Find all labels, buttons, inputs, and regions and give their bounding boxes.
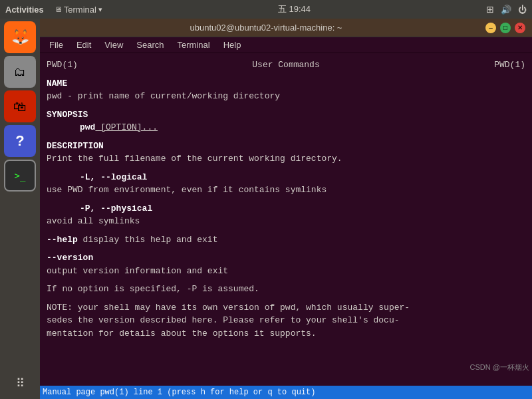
close-button[interactable]: ✕ bbox=[515, 23, 525, 33]
menu-search[interactable]: Search bbox=[131, 39, 169, 51]
option-help-line: --help display this help and exit bbox=[47, 233, 525, 247]
option-L-line: -L, --logical bbox=[47, 171, 525, 184]
volume-icon[interactable]: 🔊 bbox=[501, 5, 511, 15]
man-header-right: PWD(1) bbox=[494, 59, 525, 72]
menu-view[interactable]: View bbox=[99, 39, 128, 51]
dropdown-arrow-icon[interactable]: ▾ bbox=[98, 5, 102, 14]
status-bar: Manual page pwd(1) line 1 (press h for h… bbox=[40, 386, 532, 399]
menu-file[interactable]: File bbox=[44, 39, 68, 51]
option-version-desc: output version information and exit bbox=[47, 265, 525, 278]
files-icon[interactable]: 🗂 bbox=[4, 56, 36, 88]
firefox-icon[interactable]: 🦊 bbox=[4, 21, 36, 53]
terminal-icon[interactable]: >_ bbox=[4, 160, 36, 192]
application-sidebar: 🦊 🗂 🛍 ? >_ ⠿ bbox=[0, 19, 40, 399]
section-desc-content: Print the full filename of the current w… bbox=[47, 152, 525, 166]
activities-button[interactable]: Activities bbox=[5, 5, 44, 15]
synopsis-cmd: pwd bbox=[80, 122, 95, 132]
menu-bar: File Edit View Search Terminal Help bbox=[40, 37, 532, 53]
note1: If no option is specified, -P is assumed… bbox=[47, 283, 525, 296]
window-titlebar: ubuntu02@ubuntu02-virtual-machine: ~ – □… bbox=[40, 19, 532, 37]
option-L-desc: use PWD from environment, even if it con… bbox=[47, 184, 525, 197]
note4: mentation for details about the options … bbox=[47, 327, 525, 340]
option-P-line: -P, --physical bbox=[47, 202, 525, 215]
section-synopsis-title: SYNOPSIS bbox=[47, 108, 525, 122]
option-P-desc: avoid all symlinks bbox=[47, 215, 525, 228]
software-center-icon[interactable]: 🛍 bbox=[4, 90, 36, 122]
terminal-menu-icon: 🖥 bbox=[55, 5, 62, 13]
datetime-display: 五 19:44 bbox=[278, 3, 311, 15]
synopsis-option: [OPTION]... bbox=[95, 122, 158, 132]
note3: sedes the version described here. Please… bbox=[47, 314, 525, 327]
app-grid-icon[interactable]: ⠿ bbox=[4, 367, 36, 399]
network-icon: ⊞ bbox=[486, 4, 494, 15]
section-desc-title: DESCRIPTION bbox=[47, 140, 525, 153]
section-name-title: NAME bbox=[47, 77, 525, 90]
menu-edit[interactable]: Edit bbox=[71, 39, 96, 51]
window-title: ubuntu02@ubuntu02-virtual-machine: ~ bbox=[190, 23, 342, 33]
man-header-left: PWD(1) bbox=[47, 59, 78, 72]
option-version-line: --version bbox=[47, 251, 525, 265]
maximize-button[interactable]: □ bbox=[500, 23, 511, 33]
terminal-output: PWD(1) User Commands PWD(1) NAME pwd - p… bbox=[40, 53, 532, 386]
minimize-button[interactable]: – bbox=[485, 23, 496, 33]
menu-help[interactable]: Help bbox=[218, 39, 247, 51]
note2: NOTE: your shell may have its own versio… bbox=[47, 301, 525, 315]
man-page-header: PWD(1) User Commands PWD(1) bbox=[47, 59, 525, 72]
power-icon[interactable]: ⏻ bbox=[518, 5, 527, 15]
menu-terminal[interactable]: Terminal bbox=[172, 39, 215, 51]
help-icon[interactable]: ? bbox=[4, 125, 36, 157]
terminal-title-label[interactable]: Terminal bbox=[64, 5, 96, 15]
section-name-content: pwd - print name of current/working dire… bbox=[47, 90, 525, 103]
status-text: Manual page pwd(1) line 1 (press h for h… bbox=[43, 388, 315, 397]
man-header-center: User Commands bbox=[252, 59, 319, 72]
watermark: CSDN @一杯烟火 bbox=[470, 362, 529, 373]
section-synopsis-content: pwd [OPTION]... bbox=[47, 121, 525, 134]
